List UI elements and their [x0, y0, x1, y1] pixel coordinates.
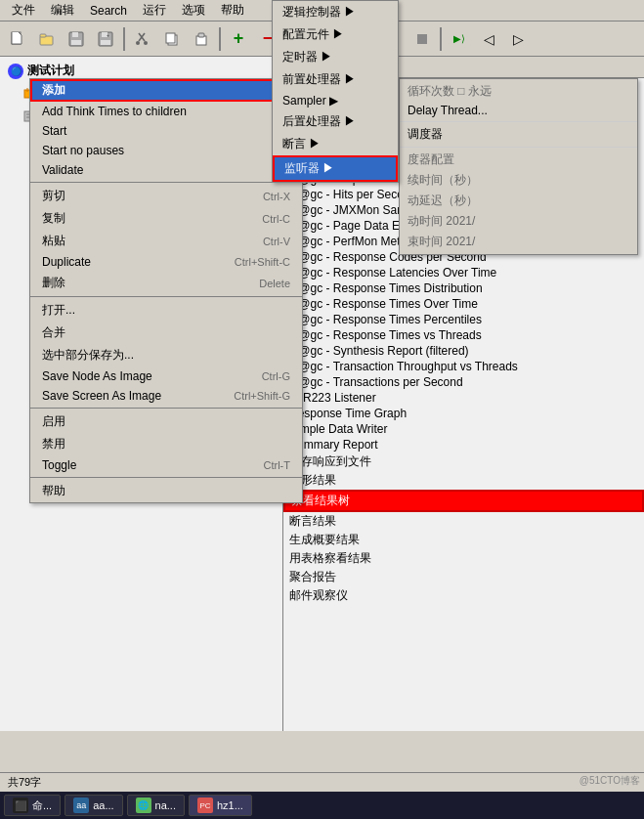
cm-save-node-image-shortcut: Ctrl-G: [262, 370, 290, 382]
cm-copy[interactable]: 复制 Ctrl-C: [30, 207, 302, 230]
listener-item[interactable]: jp@gc - Response Times Over Time: [283, 296, 644, 312]
listener-item[interactable]: Simple Data Writer: [283, 421, 644, 437]
listener-item[interactable]: 生成概要结果: [283, 531, 644, 549]
svg-rect-5: [71, 40, 81, 45]
listener-extra-item-4[interactable]: 度器配置: [400, 150, 637, 170]
listener-item[interactable]: JSR223 Listener: [283, 390, 644, 406]
sm-post-processor[interactable]: 后置处理器 ▶: [273, 110, 398, 133]
cm-add-think-times[interactable]: Add Think Times to children: [30, 102, 302, 121]
menu-options[interactable]: 选项: [174, 0, 213, 21]
listener-extra-item-6[interactable]: 动延迟（秒）: [400, 191, 637, 211]
listener-item[interactable]: jp@gc - Transaction Throughput vs Thread…: [283, 359, 644, 374]
svg-rect-2: [40, 34, 46, 37]
cm-paste[interactable]: 粘贴 Ctrl-V: [30, 230, 302, 252]
svg-rect-4: [72, 32, 78, 37]
cm-add[interactable]: 添加 ▶: [30, 79, 302, 102]
sm-assertion[interactable]: 断言 ▶: [273, 133, 398, 155]
cm-help-label: 帮助: [42, 483, 65, 499]
sm-timer[interactable]: 定时器 ▶: [273, 46, 398, 68]
listener-item[interactable]: Response Time Graph: [283, 406, 644, 421]
sm-config[interactable]: 配置元件 ▶: [273, 23, 398, 46]
cm-save-node-image[interactable]: Save Node As Image Ctrl-G: [30, 366, 302, 386]
listener-item[interactable]: jp@gc - Synthesis Report (filtered): [283, 343, 644, 359]
listener-item[interactable]: 邮件观察仪: [283, 586, 644, 605]
cm-duplicate[interactable]: Duplicate Ctrl+Shift-C: [30, 252, 302, 272]
cm-validate[interactable]: Validate: [30, 160, 302, 180]
cm-open[interactable]: 打开...: [30, 299, 302, 322]
cm-delete[interactable]: 删除 Delete: [30, 272, 302, 294]
submenu-add: 逻辑控制器 ▶ 配置元件 ▶ 定时器 ▶ 前置处理器 ▶ Sampler ▶ 后…: [272, 0, 399, 183]
svg-rect-8: [101, 40, 110, 45]
aa-icon: aa: [73, 797, 89, 813]
taskbar-btn-hz[interactable]: PC hz1...: [189, 795, 252, 816]
cm-sep-2: [30, 296, 302, 297]
pc-icon: PC: [197, 797, 213, 813]
taskbar-btn-aa[interactable]: aa aa...: [64, 795, 122, 816]
listener-extra-item-1[interactable]: 循环次数 □ 永远: [400, 81, 637, 102]
menu-file[interactable]: 文件: [4, 0, 43, 21]
cut-button[interactable]: [129, 25, 156, 53]
listener-item[interactable]: 聚合报告: [283, 568, 644, 586]
cm-delete-label: 删除: [42, 275, 65, 291]
open-button[interactable]: [33, 25, 61, 53]
listener-item[interactable]: jp@gc - Transactions per Second: [283, 374, 644, 390]
listener-item[interactable]: Summary Report: [283, 437, 644, 453]
taskbar-btn-na[interactable]: 🌐 na...: [127, 795, 185, 816]
listener-item[interactable]: 断言结果: [283, 512, 644, 531]
back-button[interactable]: ◁: [475, 25, 502, 53]
cm-save-screen-image[interactable]: Save Screen As Image Ctrl+Shift-G: [30, 386, 302, 406]
sm-sampler[interactable]: Sampler ▶: [273, 91, 398, 110]
add-button[interactable]: +: [225, 25, 252, 53]
paste-button[interactable]: [188, 25, 215, 53]
remote-start-button[interactable]: ▶⟩: [446, 25, 473, 53]
cm-sep-4: [30, 477, 302, 478]
svg-rect-17: [198, 33, 204, 37]
listener-extra-item-7[interactable]: 动时间 2021/: [400, 211, 637, 232]
cm-copy-label: 复制: [42, 210, 65, 227]
cm-help[interactable]: 帮助: [30, 480, 302, 502]
taskbar-label-hz: hz1...: [217, 799, 243, 811]
cm-start[interactable]: Start: [30, 121, 302, 141]
cm-cut-shortcut: Ctrl-X: [263, 191, 290, 202]
stop-full-button[interactable]: ⏹: [408, 25, 436, 53]
cm-save-selection[interactable]: 选中部分保存为...: [30, 344, 302, 366]
listener-item[interactable]: jp@gc - Response Latencies Over Time: [283, 265, 644, 280]
taskbar-btn-terminal[interactable]: ⬛ 命...: [4, 795, 61, 816]
cm-merge-label: 合并: [42, 324, 65, 341]
menu-run[interactable]: 运行: [135, 0, 174, 21]
save-button[interactable]: [63, 25, 90, 53]
listener-item[interactable]: 图形结果: [283, 471, 644, 490]
menu-edit[interactable]: 编辑: [43, 0, 82, 21]
cm-copy-shortcut: Ctrl-C: [262, 213, 290, 225]
svg-point-12: [136, 41, 140, 45]
copy-button[interactable]: [158, 25, 186, 53]
sm-logic-ctrl-label: 逻辑控制器: [282, 5, 341, 19]
menu-help[interactable]: 帮助: [213, 0, 252, 21]
forward-button[interactable]: ▷: [504, 25, 532, 53]
cm-enable[interactable]: 启用: [30, 410, 302, 433]
cm-disable[interactable]: 禁用: [30, 433, 302, 455]
cm-paste-label: 粘贴: [42, 233, 65, 249]
listener-item[interactable]: 用表格察看结果: [283, 549, 644, 568]
listener-extra-item-5[interactable]: 续时间（秒）: [400, 170, 637, 191]
listener-item[interactable]: jp@gc - Response Times Distribution: [283, 280, 644, 296]
menu-search[interactable]: Search: [82, 2, 135, 20]
sm-logic-ctrl[interactable]: 逻辑控制器 ▶: [273, 1, 398, 23]
listener-extra-item-2[interactable]: Delay Thread...: [400, 102, 637, 119]
listener-item[interactable]: jp@gc - Response Times Percentiles: [283, 312, 644, 327]
cm-start-no-pauses[interactable]: Start no pauses: [30, 141, 302, 160]
sm-pre-processor[interactable]: 前置处理器 ▶: [273, 68, 398, 91]
save-as-button[interactable]: +: [92, 25, 119, 53]
cm-merge[interactable]: 合并: [30, 322, 302, 344]
listener-item[interactable]: 保存响应到文件: [283, 453, 644, 471]
listener-extra-item-3[interactable]: 调度器: [400, 124, 637, 145]
plan-icon: 🔵: [8, 64, 23, 79]
listener-extra-item-8[interactable]: 束时间 2021/: [400, 232, 637, 252]
listener-item[interactable]: jp@gc - Response Times vs Threads: [283, 327, 644, 343]
cm-cut[interactable]: 剪切 Ctrl-X: [30, 185, 302, 207]
cm-validate-label: Validate: [42, 163, 83, 177]
sm-listener[interactable]: 监听器 ▶: [273, 155, 398, 182]
listener-item[interactable]: 察看结果树: [283, 490, 644, 512]
cm-toggle[interactable]: Toggle Ctrl-T: [30, 455, 302, 475]
new-button[interactable]: [4, 25, 31, 53]
